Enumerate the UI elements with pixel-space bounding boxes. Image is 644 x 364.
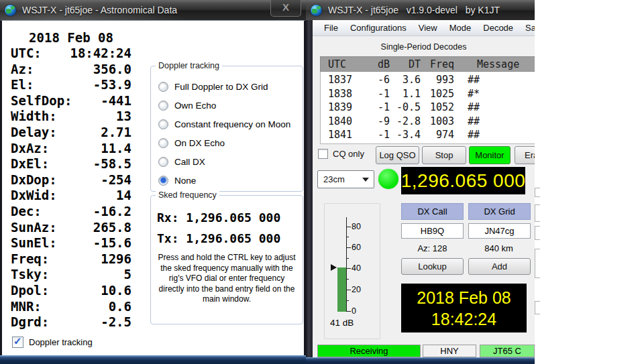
- astro-value: 11.4: [101, 141, 131, 157]
- astro-label: Width:: [11, 109, 57, 125]
- cell-freq: 974: [421, 128, 454, 142]
- meter-tick-label: 60: [352, 243, 368, 252]
- sked-group-title: Sked frequency: [156, 190, 219, 200]
- right-window-left-border: [306, 20, 313, 364]
- col-db: dB: [366, 58, 390, 70]
- decode-row[interactable]: 1841-1-3.4974##: [321, 128, 535, 142]
- astro-row: Dpol:10.6: [11, 283, 131, 299]
- astro-value: -254: [101, 172, 131, 188]
- clipped-control-fragment: [535, 301, 540, 314]
- menu-save[interactable]: Save: [519, 23, 535, 33]
- sked-help-text: Press and hold the CTRL key to adjust th…: [156, 253, 297, 305]
- menu-view[interactable]: View: [413, 23, 443, 33]
- stop-button[interactable]: Stop: [422, 146, 466, 164]
- band-select[interactable]: 23cm: [317, 170, 374, 188]
- dx-call-input[interactable]: HB9Q: [401, 223, 464, 239]
- radio-icon[interactable]: [158, 157, 168, 167]
- astro-label: DxDop:: [11, 172, 57, 188]
- doppler-tracking-checkbox-row[interactable]: Doppler tracking: [12, 337, 93, 348]
- radio-icon[interactable]: [158, 101, 168, 111]
- cell-freq: 1052: [421, 101, 454, 115]
- radio-full-doppler[interactable]: Full Doppler to DX Grid: [158, 77, 299, 96]
- astro-label: Dec:: [11, 204, 42, 220]
- astro-row: SelfDop:-441: [11, 93, 131, 109]
- astronomical-data-panel: 2018 Feb 08 UTC:18:42:24 Az:356.0 El:-53…: [11, 29, 131, 330]
- left-window-body: 2018 Feb 08 UTC:18:42:24 Az:356.0 El:-53…: [0, 20, 306, 355]
- right-window-bottom-border: [306, 357, 535, 364]
- utc-clock-display: 2018 Feb 08 18:42:24: [401, 284, 527, 332]
- cq-only-checkbox[interactable]: [318, 149, 328, 159]
- cell-utc: 1837: [321, 73, 366, 87]
- radio-icon[interactable]: [158, 119, 168, 129]
- radio-constant-freq-moon[interactable]: Constant frequency on Moon: [158, 115, 299, 133]
- col-utc: UTC: [321, 58, 366, 70]
- menu-decode[interactable]: Decode: [477, 23, 519, 33]
- radio-icon[interactable]: [158, 82, 168, 92]
- astro-value: 18:42:24: [70, 46, 131, 62]
- astro-value: 356.0: [93, 62, 131, 78]
- radio-none[interactable]: None: [158, 171, 299, 190]
- astro-value: -58.5: [93, 156, 131, 172]
- right-window-title: WSJT-X - jt65joe v1.9.0-devel by K1JT: [328, 5, 500, 15]
- radio-label: None: [174, 176, 196, 186]
- astro-value: -2.5: [101, 314, 131, 330]
- log-qso-button[interactable]: Log QSO: [376, 146, 419, 164]
- astro-row: Dgrd:-2.5: [11, 314, 131, 330]
- radio-on-dx-echo[interactable]: On DX Echo: [158, 133, 299, 152]
- radio-label: Own Echo: [174, 101, 216, 111]
- radio-own-echo[interactable]: Own Echo: [158, 96, 299, 115]
- astro-label: SunEl:: [11, 235, 57, 251]
- decode-row[interactable]: 1837-63.6993##: [321, 73, 535, 87]
- astro-row: DxAz:11.4: [11, 141, 131, 157]
- cell-freq: 993: [421, 73, 454, 87]
- menu-configurations[interactable]: Configurations: [344, 23, 413, 33]
- astro-label: El:: [11, 77, 34, 93]
- decode-row[interactable]: 1840-9-2.81003##: [321, 115, 535, 129]
- clipped-control-fragment: [535, 226, 540, 240]
- menu-file[interactable]: File: [318, 23, 344, 33]
- monitor-button[interactable]: Monitor: [469, 146, 511, 164]
- astro-label: Dgrd:: [11, 314, 49, 330]
- astro-row: Az:356.0: [11, 62, 131, 78]
- status-config-name: HNY: [423, 345, 476, 357]
- frequency-value: 1,296.065 000: [401, 170, 526, 192]
- band-selected-value: 23cm: [318, 174, 362, 184]
- decode-row[interactable]: 1839-1-0.51052##: [321, 101, 535, 115]
- radio-label: On DX Echo: [174, 138, 225, 148]
- decodes-table-body[interactable]: 1837-63.6993## 1838-11.11025#* 1839-1-0.…: [320, 72, 535, 144]
- radio-icon[interactable]: [158, 138, 168, 148]
- cq-only-checkbox-row[interactable]: CQ only: [318, 149, 364, 159]
- meter-tick-label: 20: [352, 285, 368, 294]
- menu-mode[interactable]: Mode: [443, 23, 478, 33]
- astro-row: El:-53.9: [11, 77, 131, 93]
- single-period-decodes-title: Single-Period Decodes: [313, 42, 535, 52]
- meter-axis: [346, 217, 347, 312]
- erase-button[interactable]: Erase: [515, 146, 535, 164]
- status-mode: JT65 C: [480, 345, 535, 357]
- meter-tick-label: 40: [352, 263, 368, 273]
- astro-label: DxWid:: [11, 188, 57, 204]
- doppler-tracking-checkbox[interactable]: [12, 337, 23, 348]
- radio-call-dx[interactable]: Call DX: [158, 152, 299, 171]
- cell-db: -1: [366, 128, 390, 142]
- dx-grid-input[interactable]: JN47cg: [468, 223, 531, 239]
- decode-row[interactable]: 1838-11.11025#*: [321, 87, 535, 101]
- left-window-title: WSJT-X - jt65joe - Astronomical Data: [22, 5, 177, 15]
- cell-utc: 1840: [321, 115, 366, 129]
- lookup-button[interactable]: Lookup: [401, 258, 464, 275]
- left-titlebar[interactable]: WSJT-X - jt65joe - Astronomical Data X: [0, 0, 306, 21]
- signal-meter: 80 60 40 20 0 41 dB: [324, 203, 380, 339]
- close-icon[interactable]: X: [270, 0, 301, 17]
- astro-label: DxEl:: [11, 156, 49, 172]
- cell-dt: -2.8: [390, 115, 421, 129]
- cell-message: ##: [454, 128, 480, 142]
- add-button[interactable]: Add: [468, 258, 531, 275]
- meter-value-label: 41 dB: [330, 318, 354, 328]
- astro-label: Delay:: [11, 125, 57, 141]
- cell-freq: 1003: [421, 115, 454, 129]
- astro-value: 14: [116, 188, 131, 204]
- frequency-display[interactable]: 1,296.065 000: [401, 167, 525, 194]
- right-titlebar[interactable]: WSJT-X - jt65joe v1.9.0-devel by K1JT: [306, 0, 535, 21]
- cell-freq: 1025: [421, 87, 454, 101]
- radio-selected-icon[interactable]: [158, 176, 168, 186]
